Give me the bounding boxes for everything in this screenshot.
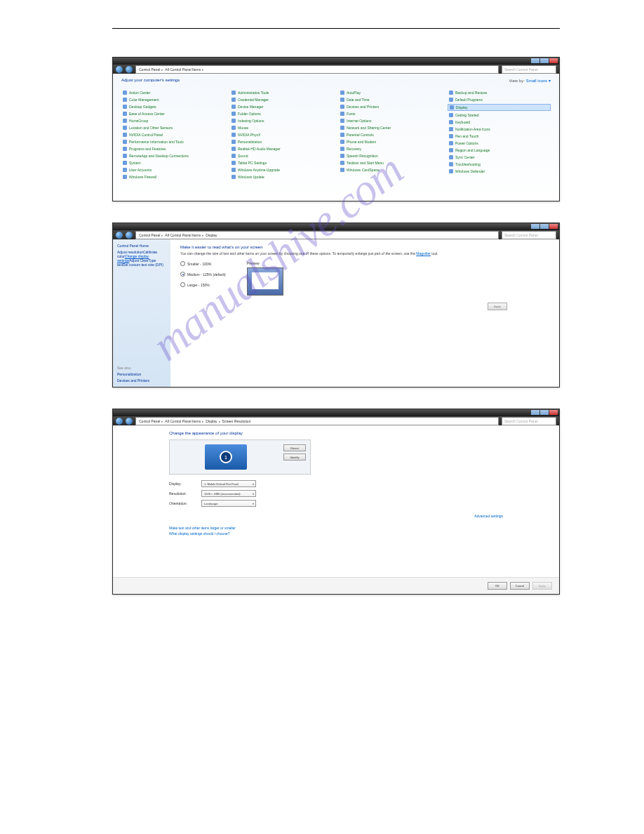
- cp-item[interactable]: Realtek HD Audio Manager: [230, 146, 333, 152]
- close-button[interactable]: [549, 224, 558, 229]
- cp-item[interactable]: Devices and Printers: [339, 104, 442, 110]
- search-input[interactable]: Search Control Panel: [502, 417, 556, 425]
- close-button[interactable]: [549, 58, 558, 63]
- view-by-select[interactable]: Small icons ▾: [526, 79, 551, 83]
- cp-item[interactable]: Windows Defender: [448, 168, 551, 174]
- close-button[interactable]: [549, 410, 558, 415]
- cp-item[interactable]: Ease of Access Center: [121, 111, 224, 117]
- resize-link[interactable]: Make text and other items larger or smal…: [169, 526, 236, 530]
- back-button[interactable]: [116, 418, 123, 425]
- maximize-button[interactable]: [540, 410, 549, 415]
- cp-item[interactable]: Folder Options: [230, 111, 333, 117]
- cp-item[interactable]: Device Manager: [230, 104, 333, 110]
- cp-item[interactable]: Getting Started: [448, 112, 551, 118]
- cp-item-label: RemoteApp and Desktop Connections: [129, 154, 189, 158]
- cp-item[interactable]: Network and Sharing Center: [339, 125, 442, 131]
- cp-item[interactable]: Sync Center: [448, 154, 551, 160]
- cp-item[interactable]: Keyboard: [448, 119, 551, 125]
- cp-item[interactable]: Recovery: [339, 146, 442, 152]
- form-select[interactable]: Landscape: [201, 500, 256, 507]
- cp-item[interactable]: Color Management: [121, 97, 224, 102]
- maximize-button[interactable]: [540, 224, 549, 229]
- identify-button[interactable]: Identify: [283, 454, 306, 461]
- cp-item[interactable]: Power Options: [448, 140, 551, 146]
- cp-item[interactable]: HomeGroup: [121, 118, 224, 124]
- dpi-radio[interactable]: Smaller - 100%: [180, 261, 226, 266]
- cp-item[interactable]: Phone and Modem: [339, 139, 442, 145]
- cp-item[interactable]: Personalization: [230, 139, 333, 145]
- advanced-settings-link[interactable]: Advanced settings: [474, 514, 503, 518]
- cp-item[interactable]: Internet Options: [339, 118, 442, 124]
- cp-item[interactable]: Fonts: [339, 111, 442, 117]
- cp-item[interactable]: Default Programs: [448, 97, 551, 102]
- cp-item[interactable]: Speech Recognition: [339, 153, 442, 159]
- forward-button[interactable]: [126, 232, 133, 239]
- sidebar-home[interactable]: Control Panel Home: [117, 244, 166, 248]
- search-input[interactable]: Search Control Panel: [502, 231, 556, 239]
- search-input[interactable]: Search Control Panel: [502, 65, 556, 74]
- form-select[interactable]: 1. Mobile Default Flat Panel: [201, 480, 256, 487]
- form-select[interactable]: 1920 × 1080 (recommended): [201, 490, 256, 497]
- cancel-button[interactable]: Cancel: [510, 582, 530, 590]
- cp-item[interactable]: Windows Update: [230, 174, 333, 180]
- cp-item[interactable]: NVIDIA Control Panel: [121, 132, 224, 138]
- cp-item[interactable]: Mouse: [230, 125, 333, 131]
- cp-item[interactable]: Region and Language: [448, 147, 551, 153]
- magnifier-link[interactable]: Magnifier: [416, 251, 431, 256]
- apply-button[interactable]: Apply: [532, 582, 552, 590]
- cp-item[interactable]: RemoteApp and Desktop Connections: [121, 153, 224, 159]
- back-button[interactable]: [116, 232, 123, 239]
- dpi-radio[interactable]: Larger - 150%: [180, 282, 226, 287]
- see-also-item[interactable]: Devices and Printers: [117, 378, 166, 383]
- sidebar-item[interactable]: Set custom text size (DPI): [123, 263, 163, 267]
- cp-item[interactable]: Troubleshooting: [448, 161, 551, 167]
- cp-item[interactable]: User Accounts: [121, 167, 224, 173]
- see-also-label: See also: [117, 366, 166, 370]
- cp-item[interactable]: Taskbar and Start Menu: [339, 160, 442, 166]
- minimize-button[interactable]: [531, 224, 539, 229]
- minimize-button[interactable]: [531, 58, 539, 63]
- cp-item-icon: [340, 119, 344, 123]
- cp-item[interactable]: NVIDIA PhysX: [230, 132, 333, 138]
- forward-button[interactable]: [126, 66, 133, 73]
- cp-item[interactable]: Display: [448, 104, 551, 111]
- help-link[interactable]: What display settings should I choose?: [169, 531, 229, 536]
- apply-button[interactable]: Apply: [488, 303, 507, 310]
- minimize-button[interactable]: [531, 410, 539, 415]
- cp-item[interactable]: AutoPlay: [339, 90, 442, 95]
- cp-item[interactable]: Credential Manager: [230, 97, 333, 102]
- cp-item[interactable]: Programs and Features: [121, 146, 224, 152]
- back-button[interactable]: [116, 66, 123, 73]
- dpi-radio[interactable]: Medium - 125% (default): [180, 272, 226, 277]
- cp-item[interactable]: Desktop Gadgets: [121, 104, 224, 110]
- cp-item[interactable]: Action Center: [121, 90, 224, 95]
- cp-item-label: Keyboard: [455, 120, 470, 124]
- forward-button[interactable]: [126, 418, 133, 425]
- ok-button[interactable]: OK: [488, 582, 507, 590]
- breadcrumb[interactable]: Control Panel▸ All Control Panel Items▸ …: [135, 231, 499, 239]
- maximize-button[interactable]: [540, 58, 549, 63]
- cp-item[interactable]: Backup and Restore: [448, 90, 551, 95]
- cp-item[interactable]: Date and Time: [339, 97, 442, 102]
- cp-item[interactable]: Sound: [230, 153, 333, 159]
- cp-item[interactable]: Tablet PC Settings: [230, 160, 333, 166]
- see-also-item[interactable]: Personalization: [117, 372, 166, 376]
- detect-button[interactable]: Detect: [283, 444, 306, 451]
- cp-item[interactable]: Windows CardSpace: [339, 167, 442, 173]
- monitor-icon[interactable]: 1: [205, 444, 247, 470]
- cp-item[interactable]: Performance Information and Tools: [121, 139, 224, 145]
- cp-item[interactable]: Indexing Options: [230, 118, 333, 124]
- cp-item[interactable]: Location and Other Sensors: [121, 125, 224, 131]
- cp-item[interactable]: Windows Anytime Upgrade: [230, 167, 333, 173]
- cp-item[interactable]: Administrative Tools: [230, 90, 333, 95]
- cp-item[interactable]: Windows Firewall: [121, 174, 224, 180]
- cp-item[interactable]: Pen and Touch: [448, 133, 551, 139]
- cp-item-label: Indexing Options: [238, 119, 264, 123]
- cp-item[interactable]: Notification Area Icons: [448, 126, 551, 132]
- cp-item[interactable]: Parental Controls: [339, 132, 442, 138]
- breadcrumb-item[interactable]: Control Panel: [139, 67, 160, 72]
- cp-item[interactable]: System: [121, 160, 224, 166]
- breadcrumb-item[interactable]: All Control Panel Items: [165, 67, 201, 72]
- breadcrumb[interactable]: Control Panel▸ All Control Panel Items▸ …: [135, 417, 499, 425]
- breadcrumb[interactable]: Control Panel ▸ All Control Panel Items …: [135, 65, 499, 74]
